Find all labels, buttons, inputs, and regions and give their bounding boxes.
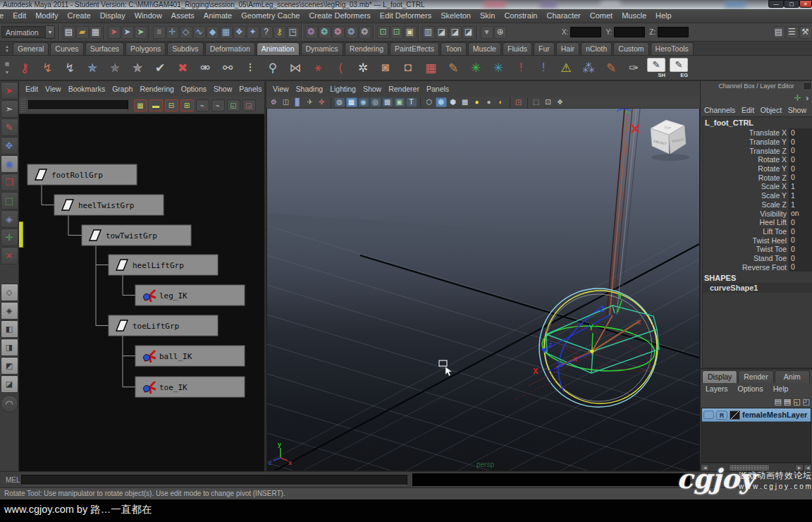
field-collapse-button[interactable]: ▾ [481, 26, 493, 39]
vp-bounding-box-icon[interactable]: ◎ [370, 97, 381, 107]
layer-empty-icon[interactable]: ◱ [793, 396, 800, 407]
shape-node-name[interactable]: curveShape1 [703, 283, 812, 293]
scrollbar-thumb[interactable] [729, 464, 770, 471]
menu-geometry-cache[interactable]: Geometry Cache [237, 9, 304, 23]
layer-menu-options[interactable]: Options [737, 384, 769, 393]
channel-attribute-value[interactable]: 0 [789, 227, 812, 236]
pane-corner-icon[interactable] [803, 82, 812, 90]
quill-icon[interactable]: ✑ [623, 57, 644, 78]
channel-attribute-value[interactable]: 1 [789, 191, 812, 200]
channel-attribute-value[interactable]: on [789, 209, 812, 218]
select-by-input-button[interactable]: ◳ [287, 26, 300, 39]
menu-file[interactable]: File [0, 9, 8, 23]
layer-color-swatch[interactable] [730, 411, 740, 420]
layer-row[interactable]: R femaleMeshLayer [702, 408, 811, 422]
channel-attribute-label[interactable]: Scale X [703, 182, 789, 190]
shelf-tab-polygons[interactable]: Polygons [125, 42, 166, 55]
viewport-menu-renderer[interactable]: Renderer [385, 82, 423, 97]
star-axis-icon[interactable]: ✳ [488, 57, 509, 78]
channel-box-menu-edit[interactable]: Edit [742, 106, 754, 114]
layer-name[interactable]: femaleMeshLayer [742, 411, 807, 419]
ik-spline-icon[interactable]: ↯ [59, 57, 80, 78]
exclaim-blue-icon[interactable]: ! [533, 57, 554, 78]
construction-history-button[interactable]: ❂ [305, 26, 318, 39]
help-button[interactable]: ? [260, 26, 273, 39]
vp-image-plane-icon[interactable]: ✜ [316, 97, 328, 107]
channel-attribute-value[interactable]: 0 [789, 218, 812, 227]
channel-attribute-label[interactable]: Translate Y [703, 138, 789, 146]
menu-help[interactable]: Help [651, 9, 677, 23]
ik-handle-icon[interactable]: ↯ [37, 57, 58, 78]
shelf-menu-icon[interactable]: ▲▼ [1, 42, 13, 55]
layer-reference-toggle[interactable]: R [716, 411, 727, 420]
hypergraph-node-heelTwistGrp[interactable]: heelTwistGrp [54, 195, 164, 215]
channel-attribute-label[interactable]: Scale Y [703, 191, 789, 200]
soft-mod-tool[interactable]: ◈ [1, 210, 18, 228]
channel-attribute-value[interactable]: 1 [789, 200, 812, 210]
universal-manip-tool[interactable]: ⬚ [1, 192, 18, 210]
joint-sphere-icon[interactable]: ✖ [172, 57, 193, 78]
channel-attribute-label[interactable]: Twist Toe [703, 245, 789, 253]
shelf-tab-fluids[interactable]: Fluids [503, 42, 532, 55]
snap-move-button[interactable]: ✛ [166, 26, 179, 39]
menu-skeleton[interactable]: Skeleton [436, 9, 476, 23]
hypergraph-menu-show[interactable]: Show [210, 82, 235, 97]
cb-speed-icon[interactable]: ◑ [804, 93, 809, 103]
channel-attribute-label[interactable]: Translate Z [703, 147, 789, 155]
layer-tab-display[interactable]: Display [702, 370, 737, 383]
layout-persp-outliner-button[interactable]: ◧ [1, 320, 18, 338]
snap-grid-button[interactable]: ◇ [180, 26, 192, 39]
shelf-tab-herotools[interactable]: HeroTools [651, 42, 694, 55]
channel-attribute-label[interactable]: Stand Toe [703, 254, 789, 262]
render-view-button[interactable]: ▥ [422, 26, 435, 39]
shelf-tab-custom[interactable]: Custom [613, 42, 648, 55]
hg-input-output-button[interactable]: ▬ [149, 99, 163, 111]
hypergraph-node-footRollGrp[interactable]: footRollGrp [27, 164, 137, 185]
menu-constrain[interactable]: Constrain [500, 9, 542, 23]
menu-skin[interactable]: Skin [475, 9, 499, 23]
snap-curve-button[interactable]: ∿ [193, 26, 206, 39]
layer-tab-anim[interactable]: Anim [775, 370, 810, 383]
shelf-tab-toon[interactable]: Toon [441, 42, 467, 55]
rotate-tool[interactable]: ◉ [1, 155, 18, 173]
vp-camera-attributes-icon[interactable]: ▊ [293, 97, 304, 107]
menu-create[interactable]: Create [63, 9, 95, 23]
title-bar[interactable]: Autodesk Maya 2011 - Student Version: C:… [0, 0, 812, 9]
channel-attribute-value[interactable]: 0 [789, 254, 812, 263]
channel-attribute-label[interactable]: Twist Heel [703, 236, 789, 245]
move-tool[interactable]: ✥ [1, 137, 18, 154]
hypergraph-menu-rendering[interactable]: Rendering [136, 82, 177, 97]
menu-display[interactable]: Display [95, 9, 130, 23]
show-manip-tool[interactable]: ✛ [1, 229, 18, 246]
channel-box-menu-object[interactable]: Object [761, 106, 782, 114]
channel-attribute-label[interactable]: Lift Toe [703, 227, 789, 236]
channel-attribute-label[interactable]: Rotate X [703, 155, 789, 164]
scroll-right-arrow[interactable]: ▶ [795, 464, 804, 471]
new-scene-button[interactable]: ▤ [63, 26, 75, 39]
vp-lights-icon[interactable]: ▣ [394, 97, 405, 107]
channel-attribute-value[interactable]: 0 [789, 146, 812, 155]
menu-character[interactable]: Character [542, 9, 585, 23]
select-tool[interactable]: ➤ [1, 82, 18, 99]
human-figure-gray-icon[interactable]: ✯ [104, 57, 125, 78]
shelf-tab-general[interactable]: General [13, 42, 49, 55]
hypergraph-node-leg_IK[interactable]: leg_IK [135, 285, 245, 305]
shelf-tab-curves[interactable]: Curves [50, 42, 83, 55]
channel-attribute-label[interactable]: Rotate Z [703, 174, 789, 182]
menu-comet[interactable]: Comet [585, 9, 617, 23]
channel-attribute-value[interactable]: 1 [789, 182, 812, 191]
shelf-tab-muscle[interactable]: Muscle [468, 42, 501, 55]
hg-layout-freeform-button[interactable]: ⌁ [196, 99, 209, 111]
vp-bookmark-icon[interactable]: ✈ [304, 97, 316, 107]
hg-layout-automatic-button[interactable]: ⌁ [211, 99, 225, 111]
hypergraph-node-heelLiftGrp[interactable]: heelLiftGrp [109, 255, 218, 275]
make-live-button[interactable]: ✦ [247, 26, 259, 39]
shelf-tab-rendering[interactable]: Rendering [345, 42, 388, 55]
hypergraph-menu-graph[interactable]: Graph [109, 82, 136, 97]
vp-xray-joints-icon[interactable]: ⊡ [543, 97, 554, 107]
vp-sphere-lit-icon[interactable]: ● [472, 97, 483, 107]
menu-edit-deformers[interactable]: Edit Deformers [375, 9, 436, 23]
open-scene-button[interactable]: ▰ [76, 26, 89, 39]
layer-from-selected-icon[interactable]: ◰ [803, 396, 810, 407]
menu-animate[interactable]: Animate [199, 9, 236, 23]
